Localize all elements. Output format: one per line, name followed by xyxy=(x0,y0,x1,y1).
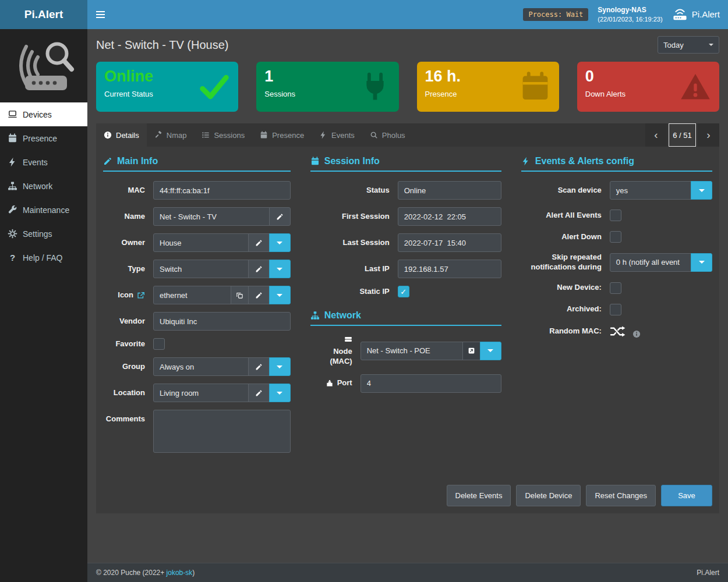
last-session-input[interactable] xyxy=(398,233,501,252)
app-label: Pi.Alert xyxy=(692,9,720,19)
comments-textarea[interactable] xyxy=(153,410,291,453)
static-ip-checkbox[interactable]: ✓ xyxy=(398,286,409,297)
location-dropdown-button[interactable] xyxy=(269,384,291,402)
location-label: Location xyxy=(103,388,153,398)
app-identity: Pi.Alert xyxy=(672,8,720,21)
tab-pholus[interactable]: Pholus xyxy=(362,123,413,147)
icon-input[interactable] xyxy=(153,286,231,304)
hamburger-menu-icon[interactable] xyxy=(87,0,113,29)
type-dropdown-button[interactable] xyxy=(269,260,291,278)
external-link-icon[interactable] xyxy=(137,291,145,299)
open-node-button[interactable] xyxy=(462,342,480,360)
location-input[interactable] xyxy=(153,384,249,402)
tab-details[interactable]: Details xyxy=(96,123,147,147)
main-area: Net - Switch - TV (House) Today Online C… xyxy=(87,29,728,582)
status-cards: Online Current Status 1 Sessions xyxy=(96,62,719,112)
section-title: Session Info xyxy=(324,156,380,166)
edit-owner-button[interactable] xyxy=(248,233,270,252)
alert-down-label: Alert Down xyxy=(521,232,610,242)
owner-dropdown-button[interactable] xyxy=(269,233,291,252)
type-input[interactable] xyxy=(153,260,249,278)
mac-input[interactable] xyxy=(153,181,291,200)
prev-page-button[interactable]: ‹ xyxy=(645,123,667,147)
delete-events-button[interactable]: Delete Events xyxy=(447,485,511,506)
new-device-checkbox[interactable]: ✓ xyxy=(610,282,621,294)
sidebar-menu: Devices Presence Events xyxy=(0,102,87,269)
first-session-input[interactable] xyxy=(398,207,501,226)
skip-notifications-dropdown-button[interactable] xyxy=(691,253,712,272)
calendar-icon xyxy=(8,133,17,143)
sidebar-item-label: Events xyxy=(23,158,48,167)
archived-label: Archived: xyxy=(521,304,610,314)
period-select[interactable]: Today xyxy=(658,36,719,54)
bolt-icon xyxy=(521,157,531,166)
jokob-sk-link[interactable]: jokob-sk xyxy=(167,569,193,577)
reset-changes-button[interactable]: Reset Changes xyxy=(586,485,656,506)
scan-device-dropdown-button[interactable] xyxy=(691,181,712,200)
vendor-label: Vendor xyxy=(103,317,153,327)
card-value: Online xyxy=(104,68,153,86)
skip-notifications-select[interactable]: 0 h (notify all event xyxy=(610,253,691,272)
group-dropdown-button[interactable] xyxy=(269,357,291,376)
brand-logo[interactable]: Pi.Alert xyxy=(0,0,87,29)
port-label: Port xyxy=(310,378,361,388)
sidebar-item-presence[interactable]: Presence xyxy=(0,126,87,150)
calendar-icon xyxy=(260,131,268,139)
network-header: Network xyxy=(310,310,501,326)
presence-card: 16 h. Presence xyxy=(417,62,559,112)
tab-events[interactable]: Events xyxy=(312,123,362,147)
question-icon: ? xyxy=(8,253,17,262)
scan-device-select[interactable]: yes xyxy=(610,181,691,200)
vendor-input[interactable] xyxy=(153,312,291,331)
owner-input[interactable] xyxy=(153,233,249,252)
delete-device-button[interactable]: Delete Device xyxy=(516,485,581,506)
card-label: Sessions xyxy=(264,90,295,98)
card-value: 16 h. xyxy=(425,68,461,86)
card-value: 1 xyxy=(264,68,295,86)
tab-label: Events xyxy=(331,131,355,140)
node-input[interactable] xyxy=(361,342,463,360)
shuffle-icon[interactable] xyxy=(610,325,625,338)
edit-location-button[interactable] xyxy=(248,384,270,402)
name-input[interactable] xyxy=(153,207,270,226)
edit-type-button[interactable] xyxy=(248,260,270,278)
node-dropdown-button[interactable] xyxy=(480,342,501,360)
archived-checkbox[interactable]: ✓ xyxy=(610,304,621,315)
edit-icon-button[interactable] xyxy=(248,286,270,304)
save-button[interactable]: Save xyxy=(661,485,712,506)
content: Net - Switch - TV (House) Today Online C… xyxy=(87,29,728,563)
favorite-checkbox[interactable]: ✓ xyxy=(153,338,165,350)
sidebar-item-network[interactable]: Network xyxy=(0,174,87,198)
alert-all-events-checkbox[interactable]: ✓ xyxy=(610,210,621,221)
gavel-icon xyxy=(154,131,162,139)
icon-dropdown-button[interactable] xyxy=(269,286,291,304)
sidebar-item-maintenance[interactable]: Maintenance xyxy=(0,198,87,222)
down-alerts-card: 0 Down Alerts xyxy=(577,62,719,112)
sidebar-item-settings[interactable]: Settings xyxy=(0,222,87,246)
edit-name-button[interactable] xyxy=(269,207,291,226)
status-input[interactable] xyxy=(398,181,501,200)
device-info: Synology-NAS (22/01/2023, 16:19:23) xyxy=(598,6,662,23)
sidebar-item-events[interactable]: Events xyxy=(0,150,87,174)
favorite-label: Favorite xyxy=(103,339,153,349)
sidebar-item-label: Network xyxy=(23,182,52,191)
sidebar-item-devices[interactable]: Devices xyxy=(0,102,87,126)
copy-icon-button[interactable] xyxy=(231,286,249,304)
sidebar-item-label: Help / FAQ xyxy=(23,253,62,262)
tab-label: Presence xyxy=(272,131,304,140)
edit-group-button[interactable] xyxy=(248,357,270,376)
tab-sessions[interactable]: Sessions xyxy=(194,123,252,147)
new-device-label: New Device: xyxy=(521,283,610,293)
last-ip-input[interactable] xyxy=(398,260,501,278)
port-input[interactable] xyxy=(361,374,501,393)
tab-nmap[interactable]: Nmap xyxy=(147,123,195,147)
plug-icon xyxy=(359,71,391,102)
card-label: Presence xyxy=(425,90,461,98)
tabs: Details Nmap Sessions Presence xyxy=(96,123,413,147)
sidebar-item-help[interactable]: ? Help / FAQ xyxy=(0,246,87,269)
next-page-button[interactable]: › xyxy=(698,123,719,147)
alert-down-checkbox[interactable]: ✓ xyxy=(610,231,621,243)
tab-presence[interactable]: Presence xyxy=(252,123,312,147)
group-input[interactable] xyxy=(153,357,249,376)
alerts-config-header: Events & Alerts config xyxy=(521,156,712,172)
